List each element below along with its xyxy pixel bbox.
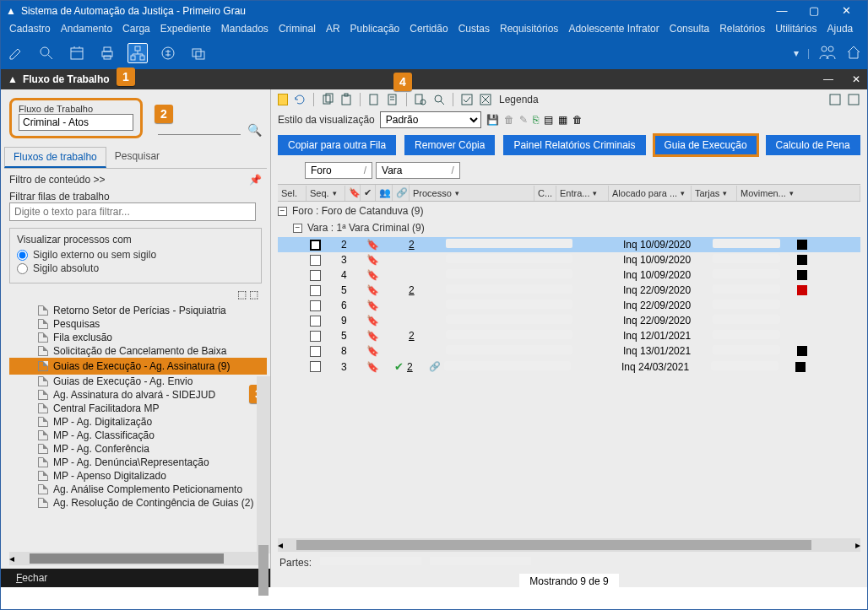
copy-fila-button[interactable]: Copiar para outra Fila bbox=[278, 135, 396, 155]
home-icon[interactable] bbox=[845, 44, 862, 63]
filter-input[interactable] bbox=[9, 202, 256, 221]
dropdown-icon[interactable]: ▾ bbox=[794, 47, 799, 59]
menu-ar[interactable]: AR bbox=[323, 23, 344, 35]
menu-publicacao[interactable]: Publicação bbox=[347, 23, 404, 35]
row-checkbox[interactable] bbox=[310, 346, 321, 357]
foro-input[interactable]: Foro/ bbox=[305, 162, 372, 179]
menu-criminal[interactable]: Criminal bbox=[275, 23, 319, 35]
tree-expand-icon[interactable]: ⬚ bbox=[237, 289, 247, 300]
menu-expediente[interactable]: Expediente bbox=[157, 23, 214, 35]
list2-icon[interactable]: ▦ bbox=[558, 114, 567, 126]
doc2-icon[interactable] bbox=[386, 93, 399, 106]
row-checkbox[interactable] bbox=[310, 270, 321, 281]
calendar-icon[interactable] bbox=[67, 43, 87, 63]
excel-icon[interactable]: ⎘ bbox=[533, 114, 539, 126]
menu-cadastro[interactable]: Cadastro bbox=[6, 23, 54, 35]
table-row[interactable]: 9🔖Inq 22/09/2020 bbox=[278, 313, 860, 328]
highlight-icon[interactable] bbox=[278, 94, 288, 105]
row-checkbox[interactable] bbox=[310, 300, 321, 311]
table-row[interactable]: 3🔖✔2🔗Inq 24/03/2021 bbox=[278, 359, 860, 375]
tree-item[interactable]: Guias de Execução - Ag. Envio bbox=[9, 375, 267, 388]
tab-fluxos[interactable]: Fluxos de trabalho bbox=[4, 147, 106, 168]
menu-andamento[interactable]: Andamento bbox=[57, 23, 116, 35]
minimize-button[interactable]: ― bbox=[766, 3, 798, 19]
tree-item-selected[interactable]: Guias de Execução - Ag. Assinatura (9) bbox=[9, 358, 267, 375]
menu-carga[interactable]: Carga bbox=[119, 23, 154, 35]
doc1-icon[interactable] bbox=[367, 93, 381, 106]
tree-item[interactable]: MP - Ag. Digitalização bbox=[9, 415, 267, 429]
vara-input[interactable]: Vara/ bbox=[376, 162, 460, 179]
menu-certidao[interactable]: Certidão bbox=[406, 23, 451, 35]
tree-item[interactable]: Pesquisas bbox=[9, 317, 267, 331]
col-seq[interactable]: Seq. bbox=[307, 186, 345, 201]
menu-custas[interactable]: Custas bbox=[455, 23, 493, 35]
menu-mandados[interactable]: Mandados bbox=[218, 23, 272, 35]
list1-icon[interactable]: ▤ bbox=[544, 114, 553, 126]
refresh-icon[interactable] bbox=[293, 93, 307, 106]
tree-item[interactable]: MP - Apenso Digitalizado bbox=[9, 469, 267, 483]
col-ck[interactable]: ✔ bbox=[361, 185, 376, 201]
tree-item[interactable]: Central Facilitadora MP bbox=[9, 402, 267, 415]
panel-close[interactable]: ✕ bbox=[852, 73, 860, 85]
windows-icon[interactable] bbox=[188, 43, 209, 63]
col-c[interactable]: C... bbox=[534, 186, 556, 201]
col-lnk[interactable]: 🔗 bbox=[393, 185, 410, 201]
menu-ajuda[interactable]: Ajuda bbox=[824, 23, 857, 35]
tree-item[interactable]: Ag. Assinatura do alvará - SIDEJUD bbox=[9, 388, 267, 402]
edit2-icon[interactable]: ✎ bbox=[519, 114, 528, 126]
painel-button[interactable]: Painel Relatórios Criminais bbox=[503, 135, 645, 155]
tree-item[interactable]: MP - Ag. Denúncia\Representação bbox=[9, 456, 267, 469]
radio-sigilo-absoluto[interactable]: Sigilo absoluto bbox=[17, 262, 254, 274]
tree-item[interactable]: Ag. Análise Complemento Peticionamento bbox=[9, 483, 267, 496]
collapse-vara[interactable]: − bbox=[293, 224, 302, 233]
money-icon[interactable] bbox=[158, 43, 178, 63]
tree-item[interactable]: Retorno Setor de Perícias - Psiquiatria bbox=[9, 304, 267, 317]
visstyle-select[interactable]: Padrão bbox=[380, 111, 481, 128]
trash2-icon[interactable]: 🗑 bbox=[572, 114, 583, 126]
filter-content-label[interactable]: Filtro de conteúdo >> bbox=[9, 174, 105, 186]
paste-icon[interactable] bbox=[339, 93, 353, 106]
table-row[interactable]: 6🔖Inq 22/09/2020 bbox=[278, 298, 860, 313]
workflow-icon[interactable] bbox=[127, 43, 148, 63]
uncheck-icon[interactable] bbox=[479, 93, 492, 106]
col-mov[interactable]: Movimen... bbox=[737, 186, 860, 201]
collapse-icon[interactable] bbox=[828, 93, 842, 106]
menu-requisitorios[interactable]: Requisitórios bbox=[496, 23, 561, 35]
fluxo-input[interactable] bbox=[19, 114, 133, 131]
maximize-button[interactable]: ▢ bbox=[798, 3, 830, 19]
tree-item[interactable]: Ag. Resolução de Contingência de Guias (… bbox=[9, 496, 267, 510]
col-sel[interactable]: Sel. bbox=[278, 186, 307, 201]
row-checkbox[interactable] bbox=[310, 316, 321, 327]
users-icon[interactable] bbox=[818, 44, 837, 63]
calculo-pena-button[interactable]: Calculo de Pena bbox=[766, 135, 860, 155]
collapse-foro[interactable]: − bbox=[278, 207, 287, 216]
tree-scrollbar[interactable] bbox=[257, 376, 270, 553]
table-row[interactable]: 2🔖2Inq 10/09/2020 bbox=[278, 237, 860, 252]
table-row[interactable]: 3🔖Inq 10/09/2020 bbox=[278, 252, 860, 267]
col-u[interactable]: 👥 bbox=[376, 185, 393, 201]
tree-item[interactable]: MP - Ag. Classificação bbox=[9, 429, 267, 442]
print-icon[interactable] bbox=[97, 43, 117, 63]
close-button[interactable]: ✕ bbox=[830, 3, 862, 19]
fechar-button[interactable]: FFecharechar bbox=[1, 569, 270, 587]
menu-utilitarios[interactable]: Utilitários bbox=[772, 23, 820, 35]
legend-label[interactable]: Legenda bbox=[499, 94, 539, 105]
save-icon[interactable]: 💾 bbox=[486, 114, 499, 126]
guia-execucao-button[interactable]: Guia de Execução bbox=[654, 135, 757, 155]
row-checkbox[interactable] bbox=[310, 331, 321, 342]
grid-hscroll[interactable]: ◂▸ bbox=[278, 538, 860, 552]
remove-copy-button[interactable]: Remover Cópia bbox=[404, 135, 495, 155]
trash1-icon[interactable]: 🗑 bbox=[504, 114, 514, 126]
table-row[interactable]: 5🔖2Inq 12/01/2021 bbox=[278, 328, 860, 343]
tree-item[interactable]: Solicitação de Cancelamento de Baixa bbox=[9, 344, 267, 358]
row-checkbox[interactable] bbox=[310, 361, 321, 372]
tree-item[interactable]: Fila exclusão bbox=[9, 331, 267, 344]
pin-icon[interactable]: 📌 bbox=[249, 174, 262, 186]
tree-item[interactable]: MP - Ag. Conferência bbox=[9, 442, 267, 456]
row-checkbox[interactable] bbox=[310, 285, 321, 296]
menu-consulta[interactable]: Consulta bbox=[666, 23, 713, 35]
tree-collapse-icon[interactable]: ⬚ bbox=[249, 289, 258, 300]
menu-adolescente[interactable]: Adolescente Infrator bbox=[565, 23, 662, 35]
searchdoc-icon[interactable] bbox=[414, 93, 427, 106]
copy-icon[interactable] bbox=[321, 93, 334, 106]
